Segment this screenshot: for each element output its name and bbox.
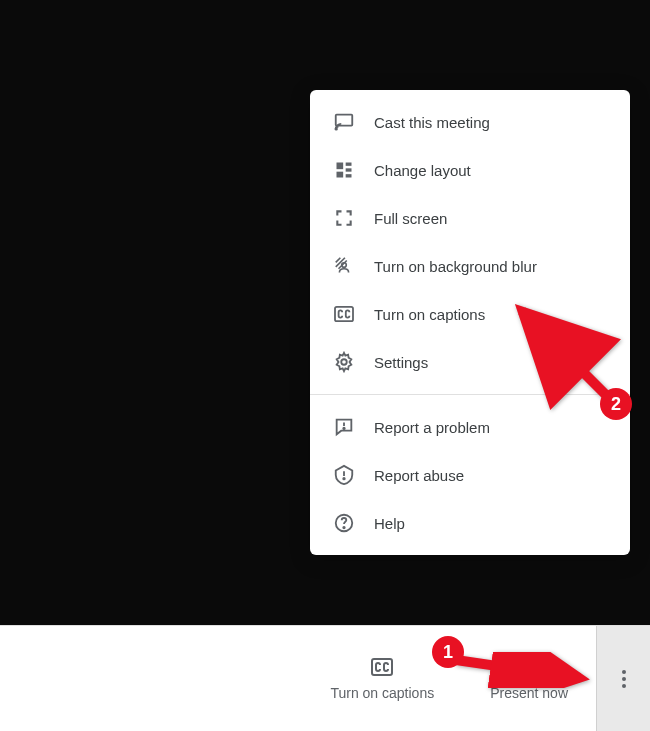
fullscreen-icon <box>332 206 356 230</box>
svg-rect-4 <box>346 168 352 171</box>
menu-item-blur[interactable]: Turn on background blur <box>310 242 630 290</box>
layout-icon <box>332 158 356 182</box>
menu-label: Report abuse <box>374 467 464 484</box>
annotation-badge-1: 1 <box>432 636 464 668</box>
more-vert-icon <box>622 670 626 688</box>
annotation-arrow-1 <box>450 652 600 692</box>
annotation-badge-2: 2 <box>600 388 632 420</box>
menu-label: Report a problem <box>374 419 490 436</box>
help-icon <box>332 511 356 535</box>
svg-point-1 <box>335 128 336 129</box>
svg-point-16 <box>343 478 344 479</box>
menu-label: Change layout <box>374 162 471 179</box>
gear-icon <box>332 350 356 374</box>
more-options-button[interactable] <box>596 626 650 731</box>
svg-line-22 <box>522 311 613 402</box>
blur-icon <box>332 254 356 278</box>
menu-item-fullscreen[interactable]: Full screen <box>310 194 630 242</box>
feedback-icon <box>332 415 356 439</box>
menu-label: Help <box>374 515 405 532</box>
menu-label: Settings <box>374 354 428 371</box>
menu-label: Cast this meeting <box>374 114 490 131</box>
svg-rect-5 <box>337 172 344 178</box>
svg-point-10 <box>342 263 347 268</box>
menu-item-help[interactable]: Help <box>310 499 630 547</box>
svg-point-18 <box>343 527 344 528</box>
menu-item-cast[interactable]: Cast this meeting <box>310 98 630 146</box>
menu-label: Full screen <box>374 210 447 227</box>
menu-label: Turn on captions <box>374 306 485 323</box>
svg-rect-3 <box>346 163 352 166</box>
svg-rect-2 <box>337 163 344 170</box>
cast-icon <box>332 110 356 134</box>
svg-point-12 <box>341 359 347 365</box>
menu-item-layout[interactable]: Change layout <box>310 146 630 194</box>
menu-label: Turn on background blur <box>374 258 537 275</box>
menu-item-report-abuse[interactable]: Report abuse <box>310 451 630 499</box>
svg-line-7 <box>336 258 341 263</box>
toolbar-label: Turn on captions <box>330 685 434 701</box>
svg-rect-6 <box>346 174 352 177</box>
abuse-icon <box>332 463 356 487</box>
captions-icon <box>332 302 356 326</box>
svg-line-21 <box>456 660 580 678</box>
svg-point-14 <box>343 428 344 429</box>
